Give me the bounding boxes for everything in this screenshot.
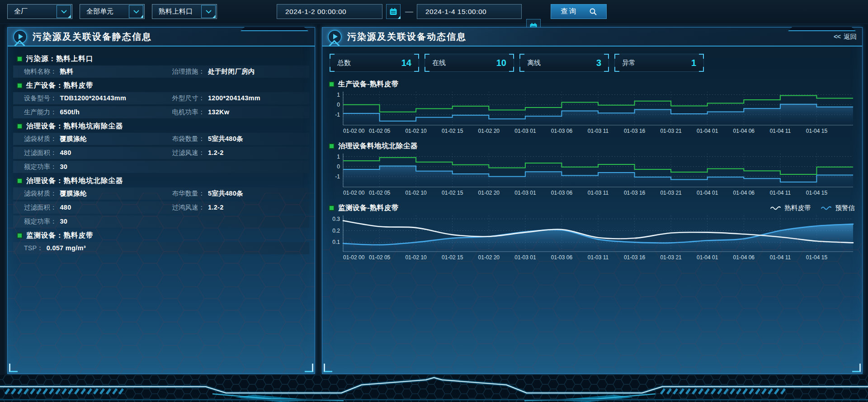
svg-text:01-02 15: 01-02 15	[442, 128, 463, 134]
field-value: 0.057 mg/m³	[47, 244, 86, 252]
field-value: 处于封闭厂房内	[208, 67, 255, 76]
field-label: 电机功率：	[172, 108, 205, 117]
unit-select[interactable]: 全部单元	[80, 4, 145, 19]
search-button[interactable]: 查询	[551, 4, 607, 19]
svg-text:01-04 06: 01-04 06	[733, 128, 755, 134]
data-cell: 过滤面积：480	[13, 203, 161, 212]
footer-decoration	[0, 375, 868, 402]
data-cell: 物料名称：熟料	[13, 67, 161, 76]
chart-plot: 0.30.20.101-02 0001-02 0501-02 1001-02 1…	[330, 213, 856, 262]
green-square-bullet	[330, 144, 334, 148]
svg-text:01-04 01: 01-04 01	[697, 190, 718, 196]
chevron-down-icon[interactable]	[57, 5, 71, 18]
field-value: 30	[60, 218, 68, 225]
legend-label: 预警信	[835, 204, 855, 212]
svg-text:01-03 16: 01-03 16	[624, 254, 646, 261]
section-row: 污染源：熟料上料口	[12, 53, 310, 65]
field-label: 过鸿风速：	[172, 203, 205, 212]
end-date-input[interactable]: 2024-1-4 15:00:00	[417, 4, 522, 19]
svg-text:01-02 20: 01-02 20	[478, 128, 500, 134]
data-cell: 额定功率：30	[13, 163, 161, 171]
svg-text:1: 1	[337, 92, 340, 98]
field-label: 物料名称：	[24, 67, 57, 76]
data-cell: 过滤面积：480	[13, 149, 161, 157]
card-corner-bracket	[509, 54, 514, 59]
field-value: 650t/h	[60, 108, 80, 116]
panel-corner-decoration	[9, 364, 18, 372]
data-cell: 滤袋材质：覆膜涤纶	[13, 189, 161, 198]
svg-text:01-03 06: 01-03 06	[551, 128, 573, 134]
chart-legend: 熟料皮带预警信	[770, 204, 855, 212]
data-row: 滤袋材质：覆膜涤纶布袋数量：5室共480条	[13, 133, 309, 145]
field-value: 5室共480条	[208, 135, 243, 143]
source-select-value: 熟料上料口	[152, 7, 201, 16]
data-row: 额定功率：30	[13, 215, 309, 228]
data-row: 额定功率：30	[13, 161, 309, 173]
charts-area: 生产设备-熟料皮带10-101-02 0001-02 0501-02 1001-…	[322, 79, 862, 262]
status-card-value: 1	[691, 58, 696, 68]
svg-text:01-02 15: 01-02 15	[442, 190, 463, 196]
data-cell: 过鸿风速：1.2-2	[161, 203, 310, 212]
legend-item: 预警信	[821, 204, 855, 212]
data-cell: 电机功率：132Kw	[161, 108, 310, 117]
field-label: 设备型号：	[24, 94, 57, 103]
field-label: 布华数量：	[172, 189, 205, 198]
status-card-value: 10	[496, 58, 506, 68]
card-corner-bracket	[614, 54, 619, 59]
source-select[interactable]: 熟料上料口	[152, 4, 217, 19]
svg-text:0.1: 0.1	[332, 239, 340, 245]
chevron-down-icon[interactable]	[129, 5, 143, 18]
data-row: 生产能力：650t/h电机功率：132Kw	[13, 106, 309, 118]
data-cell: 布华数量：5室共480条	[161, 189, 310, 198]
double-chevron-left-icon: <<	[834, 33, 840, 40]
svg-text:01-04 15: 01-04 15	[806, 128, 828, 134]
data-row: 过滤面积：480过鸿风速：1.2-2	[13, 201, 309, 214]
svg-text:01-03 11: 01-03 11	[588, 254, 609, 261]
svg-text:01-03 01: 01-03 01	[514, 254, 536, 261]
field-label: 布袋数量：	[172, 135, 205, 143]
svg-text:01-02 00: 01-02 00	[343, 254, 365, 261]
field-label: TSP：	[24, 244, 43, 252]
chart-title: 生产设备-熟料皮带	[338, 79, 399, 89]
svg-text:01-02 05: 01-02 05	[369, 128, 391, 134]
chevron-down-icon[interactable]	[201, 5, 216, 18]
back-button[interactable]: << 返回	[834, 33, 857, 41]
start-date-input[interactable]: 2024-1-2 00:00:00	[277, 4, 382, 19]
status-card: 在线10	[425, 54, 514, 72]
data-cell: 治理措施：处于封闭厂房内	[161, 67, 310, 76]
svg-text:01-02 20: 01-02 20	[478, 190, 500, 196]
card-corner-bracket	[425, 54, 429, 59]
legend-label: 熟料皮带	[785, 204, 811, 212]
dynamic-panel-header: 污染源及关联设备动态信息 << 返回	[322, 28, 862, 47]
svg-text:01-03 01: 01-03 01	[514, 128, 536, 134]
card-corner-bracket	[699, 54, 704, 59]
green-square-bullet	[18, 234, 22, 238]
svg-text:01-04 06: 01-04 06	[733, 254, 755, 261]
section-row-label: 监测设备：熟料皮带	[26, 231, 94, 240]
svg-text:01-03 11: 01-03 11	[588, 128, 609, 134]
calendar-icon[interactable]	[386, 4, 401, 19]
field-value: TDB1200*204143mm	[60, 94, 127, 102]
field-value: 30	[60, 163, 68, 170]
svg-text:0.3: 0.3	[332, 216, 340, 222]
data-row: 设备型号：TDB1200*204143mm外型尺寸：1200*204143mm	[13, 92, 309, 104]
footer-tech-lines	[0, 375, 868, 402]
data-row: 物料名称：熟料治理措施：处于封闭厂房内	[13, 65, 309, 78]
data-row: 滤袋材质：覆膜涤纶布华数量：5室共480条	[13, 187, 309, 200]
plant-select[interactable]: 全厂	[7, 4, 72, 19]
section-row: 监测设备：熟料皮带	[12, 229, 310, 241]
field-value: 熟料	[60, 67, 74, 76]
card-corner-bracket	[414, 54, 419, 59]
chart-plot: 10-101-02 0001-02 0501-02 1001-02 1501-0…	[330, 151, 856, 197]
svg-text:01-04 01: 01-04 01	[697, 254, 718, 261]
svg-text:01-03 16: 01-03 16	[624, 128, 646, 134]
status-card: 离线3	[519, 54, 609, 72]
card-corner-bracket	[330, 54, 335, 59]
plant-select-value: 全厂	[8, 7, 57, 16]
field-value: 480	[60, 149, 71, 156]
data-cell: 外型尺寸：1200*204143mm	[161, 94, 310, 103]
search-button-label: 查询	[561, 7, 578, 16]
chart-plot: 10-101-02 0001-02 0501-02 1001-02 1501-0…	[330, 89, 856, 135]
field-label: 生产能力：	[24, 108, 57, 117]
card-corner-bracket	[519, 67, 524, 72]
